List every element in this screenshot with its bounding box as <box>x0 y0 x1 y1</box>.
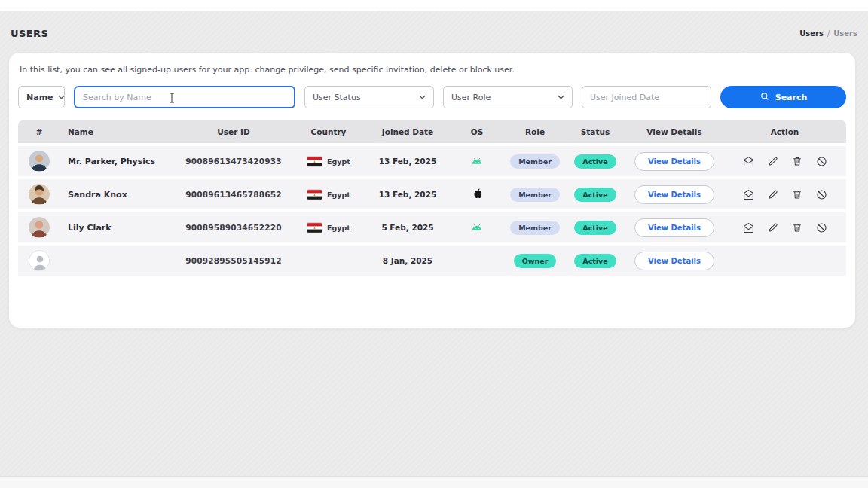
status-badge: Active <box>574 188 616 202</box>
header-status: Status <box>565 127 625 136</box>
country-label: Egypt <box>327 157 350 166</box>
delete-button[interactable] <box>791 155 803 167</box>
block-button[interactable] <box>815 188 828 201</box>
status-badge: Active <box>574 154 616 169</box>
edit-button[interactable] <box>767 188 779 200</box>
pencil-icon <box>767 155 779 167</box>
user-id: 90089589034652220 <box>176 223 291 232</box>
status-badge: Active <box>574 254 616 268</box>
breadcrumb-current: Users <box>833 29 857 38</box>
search-icon <box>760 91 770 104</box>
edit-button[interactable] <box>767 155 779 167</box>
joined-date-input[interactable] <box>582 86 711 108</box>
view-details-button[interactable]: View Details <box>634 252 714 270</box>
chevron-down-icon <box>58 95 65 99</box>
user-name: Mr. Parker, Physics <box>60 157 176 166</box>
view-details-button[interactable]: View Details <box>634 152 714 171</box>
view-details-button[interactable]: View Details <box>634 218 714 237</box>
search-button[interactable]: Search <box>720 86 846 108</box>
user-id: 90089613473420933 <box>176 157 291 166</box>
role-badge: Member <box>510 154 560 169</box>
mail-icon <box>742 188 755 201</box>
joined-date: 13 Feb, 2025 <box>366 190 449 199</box>
block-button[interactable] <box>815 155 828 168</box>
delete-button[interactable] <box>791 221 803 233</box>
page-title: USERS <box>11 28 48 39</box>
pencil-icon <box>767 188 779 200</box>
user-role-select[interactable]: User Role <box>443 86 573 108</box>
joined-date: 8 Jan, 2025 <box>366 256 449 265</box>
avatar <box>29 151 50 172</box>
trash-icon <box>791 155 803 167</box>
users-table: # Name User ID Country Joined Date OS Ro… <box>18 120 846 276</box>
search-field-select-value: Name <box>26 93 53 102</box>
user-role-select-value: User Role <box>451 93 491 102</box>
role-badge: Owner <box>514 254 557 268</box>
invite-button[interactable] <box>742 188 755 201</box>
chevron-down-icon <box>558 95 564 99</box>
view-details-button[interactable]: View Details <box>634 185 714 204</box>
top-strip <box>0 0 868 11</box>
delete-button[interactable] <box>791 188 803 200</box>
bottom-strip <box>0 476 868 488</box>
search-input-wrap <box>74 86 295 108</box>
egypt-flag-icon <box>307 189 322 200</box>
header-action: Action <box>723 127 846 136</box>
joined-date: 5 Feb, 2025 <box>366 223 449 232</box>
avatar <box>29 217 50 238</box>
table-row: Lily Clark 90089589034652220 Egypt 5 Feb… <box>18 212 846 242</box>
panel-description: In this list, you can see all signed-up … <box>18 65 846 75</box>
mail-icon <box>742 221 755 234</box>
trash-icon <box>791 188 803 200</box>
trash-icon <box>791 221 803 233</box>
search-input[interactable] <box>74 86 295 108</box>
block-icon <box>815 221 828 234</box>
search-field-select[interactable]: Name <box>18 86 65 108</box>
header-os: OS <box>449 127 505 136</box>
role-badge: Member <box>510 188 560 202</box>
breadcrumb-root[interactable]: Users <box>799 29 824 38</box>
user-name: Sandra Knox <box>60 190 176 200</box>
joined-date: 13 Feb, 2025 <box>366 157 449 166</box>
user-id: 90089613465788652 <box>176 190 291 199</box>
header-name: Name <box>60 127 176 136</box>
header-joined-date: Joined Date <box>366 127 449 136</box>
search-button-label: Search <box>775 93 808 102</box>
users-panel: In this list, you can see all signed-up … <box>9 53 855 328</box>
header-view-details: View Details <box>625 127 723 136</box>
egypt-flag-icon <box>307 222 322 233</box>
breadcrumb-separator: / <box>827 29 830 38</box>
android-icon <box>470 223 484 233</box>
status-badge: Active <box>574 221 616 235</box>
avatar-placeholder <box>29 250 50 271</box>
user-id: 90092895505145912 <box>176 256 291 265</box>
block-button[interactable] <box>815 221 828 234</box>
user-name: Lily Clark <box>60 223 176 233</box>
header-role: Role <box>505 127 565 136</box>
users-page: USERS Users / Users In this list, you ca… <box>0 0 868 488</box>
block-icon <box>815 155 828 168</box>
header-user-id: User ID <box>176 127 291 136</box>
invite-button[interactable] <box>742 221 755 234</box>
egypt-flag-icon <box>307 156 322 167</box>
role-badge: Member <box>510 221 560 235</box>
header-index: # <box>18 127 60 136</box>
edit-button[interactable] <box>767 221 779 233</box>
invite-button[interactable] <box>742 155 755 168</box>
table-row: 90092895505145912 8 Jan, 2025 Owner Acti… <box>18 246 846 276</box>
android-icon <box>470 157 484 166</box>
mail-icon <box>742 155 755 168</box>
country-label: Egypt <box>327 224 350 232</box>
user-status-select[interactable]: User Status <box>304 86 434 108</box>
filter-bar: Name User Status User Role <box>18 86 846 108</box>
table-header-row: # Name User ID Country Joined Date OS Ro… <box>18 120 846 143</box>
avatar <box>29 184 50 205</box>
country-label: Egypt <box>327 191 350 199</box>
table-row: Mr. Parker, Physics 90089613473420933 Eg… <box>18 146 846 176</box>
breadcrumb: Users / Users <box>799 29 857 38</box>
header-country: Country <box>291 127 366 136</box>
pencil-icon <box>767 221 779 233</box>
chevron-down-icon <box>419 95 426 99</box>
user-status-select-value: User Status <box>313 93 361 102</box>
block-icon <box>815 188 828 201</box>
